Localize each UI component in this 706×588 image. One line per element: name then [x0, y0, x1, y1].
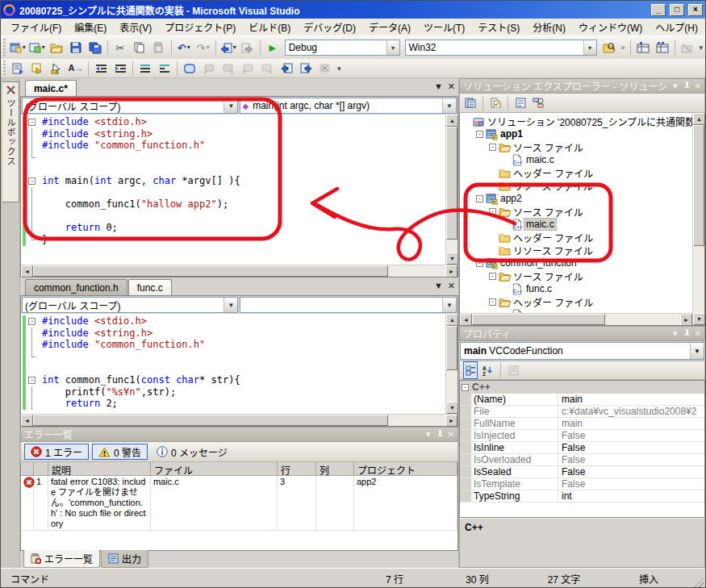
code-line[interactable]: printf("%s¥n",str);	[21, 386, 445, 398]
toolbar-overflow-button[interactable]: ▾	[335, 65, 344, 73]
property-value[interactable]: main	[558, 394, 704, 405]
outlining-margin[interactable]: -	[26, 116, 39, 128]
collapse-icon[interactable]: -	[28, 318, 36, 325]
error-column-header[interactable]	[21, 462, 34, 476]
property-value[interactable]: False	[558, 442, 704, 453]
properties-button[interactable]	[463, 94, 478, 112]
display-object-member-list-button[interactable]	[9, 60, 27, 77]
close-icon[interactable]: ✕	[695, 82, 701, 90]
code-line[interactable]: -int common_func1(const char* str){	[21, 374, 445, 386]
redo-button[interactable]: ↷▾	[194, 39, 212, 56]
display-word-completion-button[interactable]: A→	[67, 60, 85, 77]
document-tab-common-function-h[interactable]: common_function.h	[25, 279, 127, 295]
code-editor-maic-c[interactable]: -#include <stdio.h>#include <string.h>#i…	[21, 115, 445, 265]
property-row[interactable]: (Name)main	[460, 394, 704, 406]
tree-item--[interactable]: ヘッダー ファイル	[460, 231, 692, 244]
add-new-item-button[interactable]: ▾	[28, 39, 46, 56]
document-tab-maic-c[interactable]: maic.c*	[25, 80, 77, 96]
outlining-margin[interactable]: -	[26, 374, 39, 386]
property-row[interactable]: IsOverloadedFalse	[460, 454, 704, 466]
categorized-button[interactable]	[463, 361, 478, 379]
vertical-scrollbar[interactable]: ▲ ▼	[692, 113, 704, 325]
collapse-icon[interactable]: -	[476, 131, 483, 138]
tree-item--[interactable]: -ソース ファイル	[460, 205, 692, 218]
property-value[interactable]: False	[558, 454, 704, 465]
code-line[interactable]: #include "common_function.h"	[21, 339, 445, 351]
tree-item-app2[interactable]: -app2	[460, 192, 692, 205]
auto-hide-pin-icon[interactable]	[683, 329, 691, 338]
code-line[interactable]: #include "common_function.h"	[21, 140, 445, 152]
tree-item-common_function[interactable]: -common_function	[460, 256, 692, 269]
copy-button[interactable]	[131, 39, 148, 56]
outlining-margin[interactable]: -	[26, 315, 39, 327]
horizontal-scrollbar[interactable]: ◄ ►	[21, 265, 457, 277]
scroll-up-icon[interactable]: ▲	[693, 113, 705, 125]
close-button[interactable]: ×	[688, 4, 703, 16]
code-line[interactable]: #include <string.h>	[21, 327, 445, 340]
collapse-icon[interactable]: -	[489, 208, 496, 215]
menu-item[interactable]: データ(A)	[362, 18, 417, 36]
property-row[interactable]: FullNamemain	[460, 418, 704, 430]
code-line[interactable]: return 0;	[21, 222, 445, 234]
vertical-scrollbar[interactable]: ▲ ▼	[445, 115, 457, 265]
horizontal-scrollbar[interactable]: ◄ ►	[460, 313, 692, 325]
error-column-header[interactable]: 列	[316, 462, 354, 476]
scrollbar-thumb[interactable]	[446, 326, 457, 370]
window-position-icon[interactable]: ▼	[671, 330, 679, 338]
collapse-icon[interactable]: -	[476, 260, 483, 267]
scroll-right-icon[interactable]: ►	[445, 415, 457, 427]
close-document-icon[interactable]: ✕	[448, 281, 455, 291]
property-category[interactable]: - C++	[460, 381, 704, 394]
collapse-icon[interactable]: -	[28, 177, 36, 185]
members-dropdown[interactable]: ▼	[240, 297, 457, 313]
cut-button[interactable]: ✂	[111, 39, 129, 56]
tree-item-maic-c[interactable]: C++maic.c	[460, 153, 692, 166]
scroll-down-icon[interactable]: ▼	[693, 313, 705, 325]
tree-item--[interactable]: -ソース ファイル	[460, 140, 692, 153]
table-designer-button-2[interactable]	[654, 39, 671, 56]
property-row[interactable]: TypeStringint	[460, 490, 704, 503]
scrollbar-thumb[interactable]	[33, 265, 388, 277]
scrollbar-thumb[interactable]	[33, 415, 388, 426]
object-selector-combo[interactable]: main VCCodeFunction ▼	[460, 342, 704, 360]
toolbar-grip[interactable]	[3, 60, 6, 75]
tree-item-func-c[interactable]: C++func.c	[460, 282, 692, 295]
horizontal-scrollbar[interactable]: ◄ ►	[21, 414, 457, 426]
code-line[interactable]: #include <string.h>	[21, 128, 445, 140]
error-filter-button[interactable]: 1 エラー	[24, 444, 89, 460]
property-pages-button[interactable]	[506, 361, 520, 379]
code-line[interactable]	[21, 211, 445, 223]
code-line[interactable]: -#include <stdio.h>	[21, 315, 445, 327]
property-value[interactable]: c:¥data¥vc_visualstudio2008¥2	[558, 406, 704, 417]
tool-tab-output[interactable]: 出力	[101, 550, 148, 568]
decrease-indent-button[interactable]	[92, 60, 110, 77]
code-line[interactable]: }	[21, 234, 445, 246]
uncomment-selection-button[interactable]	[156, 60, 173, 77]
vertical-scrollbar[interactable]: ▲ ▼	[445, 314, 457, 414]
scrollbar-thumb[interactable]	[693, 125, 704, 246]
collapse-icon[interactable]: -	[28, 119, 36, 126]
previous-bookmark-button[interactable]	[239, 60, 257, 77]
code-editor-func-c[interactable]: -#include <stdio.h>#include <string.h>#i…	[21, 314, 445, 414]
error-column-header[interactable]: プロジェクト	[354, 462, 457, 476]
scroll-down-icon[interactable]: ▼	[446, 252, 458, 265]
document-tab-func-c[interactable]: func.c	[128, 279, 172, 295]
scroll-right-icon[interactable]: ►	[445, 265, 457, 277]
scrollbar-thumb[interactable]	[472, 314, 605, 325]
tree-item--20080725_-[interactable]: ソリューション '20080725_シンプルに共通関数の実装'	[460, 115, 692, 127]
tree-item-maic-c[interactable]: C++maic.c	[460, 218, 692, 231]
tree-item--[interactable]: ヘッダー ファイル	[460, 166, 692, 179]
menu-item[interactable]: ヘルプ(H)	[649, 18, 704, 36]
increase-indent-button[interactable]	[111, 60, 129, 77]
menu-item[interactable]: 編集(E)	[68, 18, 113, 36]
active-files-dropdown-icon[interactable]: ▼	[434, 281, 443, 291]
menu-item[interactable]: デバッグ(D)	[297, 18, 362, 36]
error-column-header[interactable]: 行	[278, 462, 316, 476]
collapse-icon[interactable]: -	[462, 384, 469, 391]
database-tool-button[interactable]	[678, 39, 696, 56]
types-dropdown[interactable]: (グローバル スコープ) ▼	[22, 98, 239, 114]
scroll-up-icon[interactable]: ▲	[446, 115, 458, 127]
tree-item--[interactable]: -ソース ファイル	[460, 269, 692, 282]
menu-item[interactable]: テスト(S)	[471, 18, 526, 36]
property-row[interactable]: IsInlineFalse	[460, 442, 704, 454]
